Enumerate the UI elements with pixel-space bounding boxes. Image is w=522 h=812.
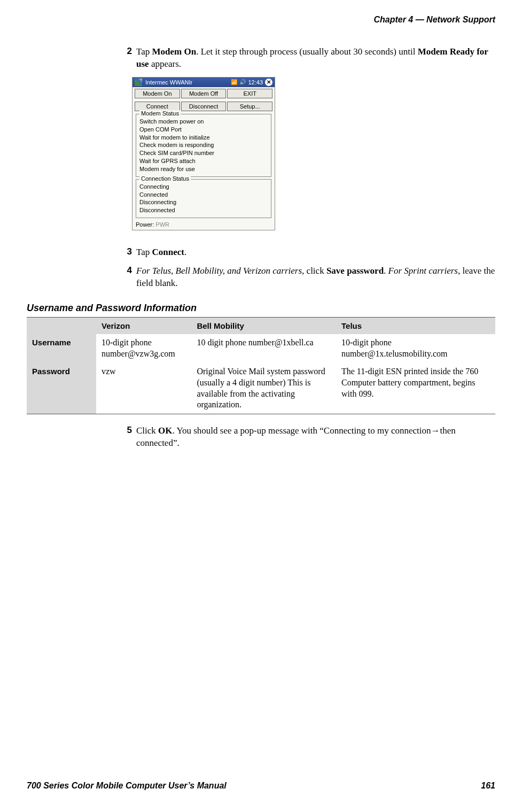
bold-text: OK xyxy=(158,426,172,436)
status-line: Check SIM card/PIN number xyxy=(139,149,268,157)
title-bar: Intermec WWANIr 📶 🔊 12:43 ✕ xyxy=(133,78,275,87)
table-cell: vzw xyxy=(96,363,191,414)
text: Click xyxy=(136,426,158,436)
status-line: Disconnecting xyxy=(139,198,268,206)
text: . Let it step through process (usually a… xyxy=(196,47,418,57)
table-cell: 10 digit phone number@1xbell.ca xyxy=(191,334,336,363)
step-2: 2 Tap Modem On. Let it step through proc… xyxy=(120,46,495,71)
text: Tap xyxy=(136,247,152,257)
speaker-icon: 🔊 xyxy=(239,79,246,86)
table-title: Username and Password Information xyxy=(27,303,495,314)
close-icon[interactable]: ✕ xyxy=(265,79,272,86)
device-screenshot: Intermec WWANIr 📶 🔊 12:43 ✕ Modem On Mod… xyxy=(132,77,275,230)
step-3: 3 Tap Connect. xyxy=(120,246,495,259)
step-number: 5 xyxy=(120,425,136,450)
modem-on-button[interactable]: Modem On xyxy=(135,89,180,98)
step-number: 2 xyxy=(120,46,136,71)
step-number: 4 xyxy=(120,265,136,290)
page-footer: 700 Series Color Mobile Computer User’s … xyxy=(27,781,495,791)
power-row: Power: PWR xyxy=(133,220,275,230)
row-label: Username xyxy=(27,334,96,363)
step-text: Click OK. You should see a pop-up messag… xyxy=(136,425,495,450)
page-number: 161 xyxy=(481,781,495,791)
step-5: 5 Click OK. You should see a pop-up mess… xyxy=(120,425,495,450)
table-cell: Original Voice Mail system password (usu… xyxy=(191,363,336,414)
status-line: Connecting xyxy=(139,183,268,191)
step-text: Tap Connect. xyxy=(136,246,495,259)
text: . xyxy=(184,247,186,257)
group-legend: Connection Status xyxy=(139,175,191,182)
table-cell: The 11-digit ESN printed inside the 760 … xyxy=(336,363,495,414)
app-title: Intermec WWANIr xyxy=(145,79,192,86)
status-line: Switch modem power on xyxy=(139,118,268,126)
table-cell: 10-digit phone number@1x.telusmobility.c… xyxy=(336,334,495,363)
signal-icon: 📶 xyxy=(231,79,237,86)
status-line: Wait for GPRS attach xyxy=(139,157,268,165)
row-label: Password xyxy=(27,363,96,414)
footer-manual-title: 700 Series Color Mobile Computer User’s … xyxy=(27,781,227,791)
text: . You should see a pop-up message with “… xyxy=(136,426,456,448)
connection-status-group: Connection Status Connecting Connected D… xyxy=(136,179,271,218)
modem-off-button[interactable]: Modem Off xyxy=(181,89,227,98)
table-header: Verizon xyxy=(96,317,191,334)
text: appears. xyxy=(149,59,181,69)
bold-text: Save password xyxy=(326,266,384,276)
status-line: Connected xyxy=(139,191,268,199)
table-row: Password vzw Original Voice Mail system … xyxy=(27,363,495,414)
table-row: Username 10-digit phone number@vzw3g.com… xyxy=(27,334,495,363)
step-number: 3 xyxy=(120,246,136,259)
italic-text: For Telus, Bell Mobility, and Verizon ca… xyxy=(136,266,302,276)
status-line: Disconnected xyxy=(139,206,268,214)
step-text: For Telus, Bell Mobility, and Verizon ca… xyxy=(136,265,495,290)
bold-text: Modem On xyxy=(152,47,197,57)
table-header xyxy=(27,317,96,334)
status-line: Open COM Port xyxy=(139,126,268,134)
table-cell: 10-digit phone number@vzw3g.com xyxy=(96,334,191,363)
text: . xyxy=(384,266,388,276)
bold-text: Connect xyxy=(152,247,184,257)
text: , click xyxy=(302,266,326,276)
group-legend: Modem Status xyxy=(139,110,181,117)
power-value: PWR xyxy=(155,221,169,228)
status-line: Check modem is responding xyxy=(139,141,268,149)
step-4: 4 For Telus, Bell Mobility, and Verizon … xyxy=(120,265,495,290)
text: Tap xyxy=(136,47,152,57)
setup-button[interactable]: Setup... xyxy=(227,102,272,111)
exit-button[interactable]: EXIT xyxy=(227,89,272,98)
table-header: Bell Mobility xyxy=(191,317,336,334)
clock: 12:43 xyxy=(248,79,263,86)
status-line: Wait for modem to initialize xyxy=(139,134,268,142)
page-header: Chapter 4 — Network Support xyxy=(27,15,495,25)
disconnect-button[interactable]: Disconnect xyxy=(181,102,227,111)
power-label: Power: xyxy=(136,221,154,228)
italic-text: For Sprint carriers, xyxy=(388,266,461,276)
step-text: Tap Modem On. Let it step through proces… xyxy=(136,46,495,71)
credentials-table: Verizon Bell Mobility Telus Username 10-… xyxy=(27,317,495,414)
windows-icon xyxy=(135,79,142,86)
table-header: Telus xyxy=(336,317,495,334)
status-line: Modem ready for use xyxy=(139,165,268,173)
modem-status-group: Modem Status Switch modem power on Open … xyxy=(136,114,271,177)
